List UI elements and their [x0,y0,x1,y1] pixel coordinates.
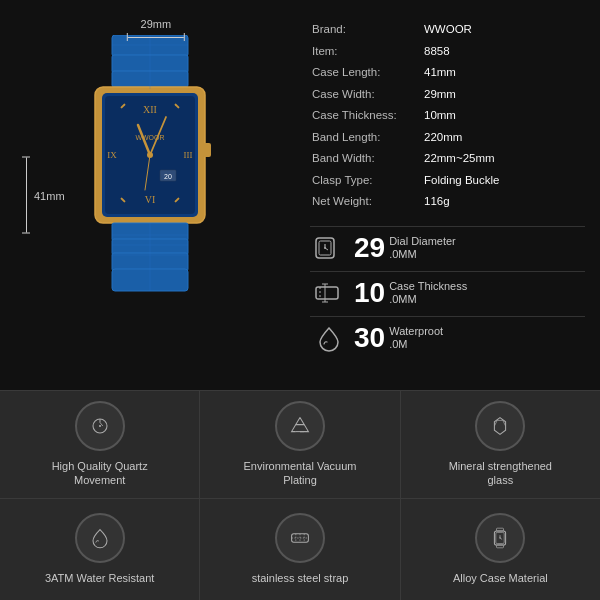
spec-row: Band Length:220mm [312,128,583,148]
feature-label: High Quality QuartzMovement [52,459,148,488]
feature-item: Environmental VacuumPlating [200,391,400,498]
specs-area: Brand:WWOORItem:8858Case Length:41mmCase… [300,0,600,390]
metric-unit: .0MM [389,248,456,261]
metric-row: 29 Dial Diameter .0MM [310,226,585,269]
feature-label: Alloy Case Material [453,571,548,585]
feature-item: Alloy Case Material [401,499,600,600]
top-section: 29mm 41mm [0,0,600,390]
svg-rect-37 [316,287,338,299]
feature-item: High Quality QuartzMovement [0,391,200,498]
dimension-height-label: 41mm [22,157,65,234]
metric-icon [310,277,348,309]
feature-icon-circle [275,513,325,563]
feature-icon-circle [475,513,525,563]
metric-desc: Dial Diameter [389,235,456,248]
metric-icon [310,232,348,264]
spec-row: Net Weight:116g [312,192,583,212]
feature-item: 3ATM Water Resistant [0,499,200,600]
svg-point-36 [324,247,326,249]
spec-row: Case Length:41mm [312,63,583,83]
feature-label: 3ATM Water Resistant [45,571,154,585]
svg-rect-21 [203,143,211,157]
watch-area: 29mm 41mm [0,0,300,390]
spec-row: Case Width:29mm [312,85,583,105]
feature-item: stainless steel strap [200,499,400,600]
feature-icon-circle [75,513,125,563]
feature-icon-circle [475,401,525,451]
svg-text:20: 20 [164,173,172,180]
dimension-width-label: 29mm [127,18,185,41]
svg-text:XII: XII [143,104,157,115]
metric-text: Case Thickness .0MM [389,280,467,306]
spec-row: Clasp Type:Folding Buckle [312,171,583,191]
metric-desc: Waterproot [389,325,443,338]
metric-number: 29 [354,234,385,262]
metric-text: Dial Diameter .0MM [389,235,456,261]
metric-unit: .0MM [389,293,467,306]
spec-row: Band Width:22mm~25mm [312,149,583,169]
feature-label: stainless steel strap [252,571,349,585]
metric-desc: Case Thickness [389,280,467,293]
svg-point-20 [147,152,153,158]
metric-number: 30 [354,324,385,352]
feature-item: Mineral strengthenedglass [401,391,600,498]
feature-label: Environmental VacuumPlating [244,459,357,488]
metric-unit: .0M [389,338,443,351]
spec-row: Case Thickness:10mm [312,106,583,126]
main-container: 29mm 41mm [0,0,600,600]
features-row-1: High Quality QuartzMovement Environmenta… [0,390,600,498]
svg-text:VI: VI [145,194,156,205]
spec-row: Brand:WWOOR [312,20,583,40]
features-section: High Quality QuartzMovement Environmenta… [0,390,600,600]
svg-text:WWOOR: WWOOR [135,134,164,141]
feature-icon-circle [275,401,325,451]
metric-row: 10 Case Thickness .0MM [310,271,585,314]
features-row-2: 3ATM Water Resistant stainless steel str… [0,498,600,600]
feature-icon-circle [75,401,125,451]
metric-icon [310,322,348,354]
svg-text:IX: IX [107,150,117,160]
metrics-section: 29 Dial Diameter .0MM 10 Case Thickness … [310,226,585,359]
svg-point-60 [500,537,501,538]
svg-point-43 [99,425,101,427]
watch-image: XII VI III IX WWOOR 20 [50,35,250,355]
spec-table: Brand:WWOORItem:8858Case Length:41mmCase… [310,18,585,214]
feature-label: Mineral strengthenedglass [449,459,552,488]
svg-text:III: III [184,150,193,160]
metric-row: 30 Waterproot .0M [310,316,585,359]
metric-text: Waterproot .0M [389,325,443,351]
metric-number: 10 [354,279,385,307]
spec-row: Item:8858 [312,42,583,62]
